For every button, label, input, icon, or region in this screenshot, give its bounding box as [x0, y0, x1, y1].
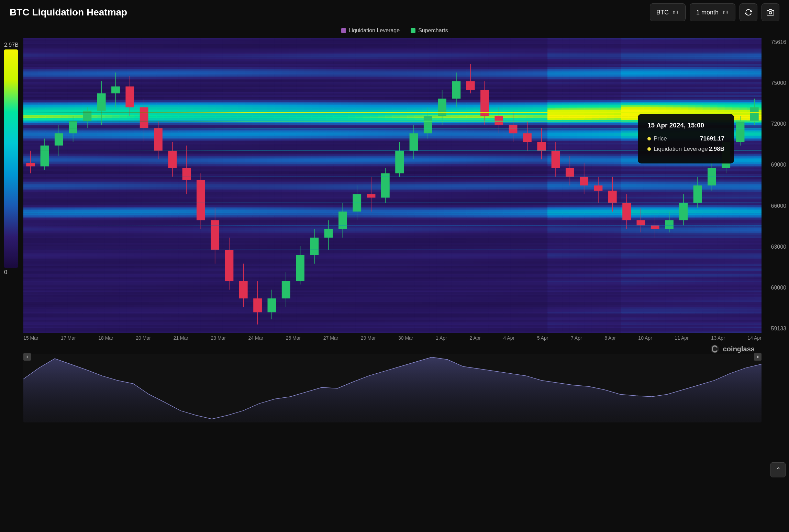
y-label-4: 66000: [771, 203, 787, 209]
y-label-5: 63000: [771, 244, 787, 250]
price-dot: [647, 137, 651, 140]
legend-liquidation-label: Liquidation Leverage: [349, 27, 400, 34]
legend-supercharts-label: Supercharts: [418, 27, 448, 34]
x-axis: 15 Mar 17 Mar 18 Mar 20 Mar 21 Mar 23 Ma…: [23, 334, 762, 342]
x-label-5: 23 Mar: [211, 335, 226, 341]
y-label-6: 60000: [771, 285, 787, 291]
color-scale-bar: [4, 49, 18, 268]
chart-tooltip: 15 Apr 2024, 15:00 Price 71691.17 Liquid…: [638, 114, 734, 163]
timeframe-value: 1 month: [696, 9, 719, 16]
chevron-down-icon: ⬆⬇: [672, 10, 679, 15]
refresh-button[interactable]: [740, 3, 757, 21]
pause-left-indicator[interactable]: ⏸: [23, 353, 31, 361]
x-label-0: 15 Mar: [23, 335, 38, 341]
heatmap-canvas: [23, 38, 762, 333]
tooltip-liq-label: Liquidation Leverage: [647, 146, 708, 152]
x-label-3: 20 Mar: [136, 335, 151, 341]
x-label-13: 4 Apr: [503, 335, 514, 341]
tooltip-price-value: 71691.17: [700, 135, 724, 142]
x-label-11: 1 Apr: [436, 335, 447, 341]
asset-value: BTC: [656, 9, 669, 16]
x-label-6: 24 Mar: [248, 335, 264, 341]
scale-top-label: 2.97B: [4, 42, 18, 48]
liq-dot: [647, 147, 651, 151]
color-scale: 2.97B 0: [4, 42, 18, 275]
mini-chart[interactable]: [23, 354, 762, 422]
x-label-2: 18 Mar: [98, 335, 113, 341]
legend-liquidation: Liquidation Leverage: [341, 27, 400, 34]
timeframe-selector[interactable]: 1 month ⬆⬇: [690, 3, 735, 21]
chart-legend: Liquidation Leverage Supercharts: [0, 25, 789, 38]
chart-container: 2.97B 0 75616 75000 72000 69000 66000 63…: [0, 38, 789, 481]
y-label-0: 75616: [771, 39, 787, 45]
legend-supercharts-dot: [411, 28, 415, 33]
svg-point-0: [769, 11, 771, 14]
coinglass-watermark: coinglass: [710, 344, 755, 354]
x-label-15: 7 Apr: [571, 335, 582, 341]
scroll-up-button[interactable]: ⌃: [770, 462, 786, 477]
x-label-12: 2 Apr: [469, 335, 481, 341]
tooltip-liq-value: 2.98B: [709, 146, 724, 152]
x-label-9: 29 Mar: [361, 335, 376, 341]
x-label-4: 21 Mar: [173, 335, 188, 341]
screenshot-button[interactable]: [762, 3, 779, 21]
x-label-17: 10 Apr: [638, 335, 652, 341]
pause-right-indicator[interactable]: ⏸: [754, 353, 762, 361]
scale-bottom-label: 0: [4, 269, 18, 275]
tooltip-price-label: Price: [647, 135, 667, 142]
y-label-7: 59133: [771, 326, 787, 332]
header: BTC Liquidation Heatmap BTC ⬆⬇ 1 month ⬆…: [0, 0, 789, 25]
mini-chart-canvas: [23, 354, 762, 422]
y-label-1: 75000: [771, 80, 787, 86]
x-label-18: 11 Apr: [675, 335, 688, 341]
tooltip-price-row: Price 71691.17: [647, 135, 724, 142]
x-label-16: 8 Apr: [604, 335, 616, 341]
coinglass-label: coinglass: [723, 345, 755, 353]
chevron-updown-icon: ⬆⬇: [722, 10, 729, 15]
asset-selector[interactable]: BTC ⬆⬇: [650, 3, 686, 21]
x-label-10: 30 Mar: [398, 335, 413, 341]
legend-supercharts: Supercharts: [411, 27, 448, 34]
x-label-7: 26 Mar: [286, 335, 301, 341]
y-label-3: 69000: [771, 162, 787, 168]
y-axis: 75616 75000 72000 69000 66000 63000 6000…: [771, 38, 787, 333]
page-title: BTC Liquidation Heatmap: [10, 7, 127, 18]
x-label-14: 5 Apr: [537, 335, 548, 341]
tooltip-date: 15 Apr 2024, 15:00: [647, 122, 724, 129]
x-label-20: 14 Apr: [747, 335, 761, 341]
x-label-1: 17 Mar: [61, 335, 76, 341]
tooltip-liq-row: Liquidation Leverage 2.98B: [647, 146, 724, 152]
y-label-2: 72000: [771, 121, 787, 127]
x-label-19: 13 Apr: [711, 335, 725, 341]
legend-liquidation-dot: [341, 28, 346, 33]
header-controls: BTC ⬆⬇ 1 month ⬆⬇: [650, 3, 779, 21]
x-label-8: 27 Mar: [323, 335, 338, 341]
